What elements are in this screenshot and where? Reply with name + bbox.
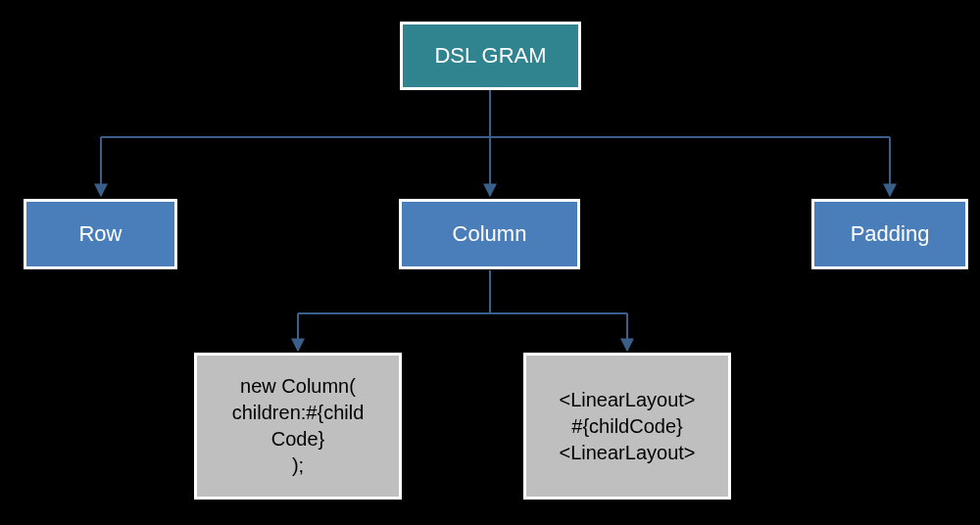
- leaf-code-left: new Column( children:#{child Code} );: [194, 353, 402, 500]
- root-label: DSL GRAM: [434, 43, 546, 69]
- node-column-label: Column: [453, 221, 527, 247]
- leaf-code-right: <LinearLayout> #{childCode} <LinearLayou…: [523, 353, 731, 500]
- leaf-code-left-text: new Column( children:#{child Code} );: [232, 373, 365, 479]
- node-column: Column: [399, 199, 580, 269]
- node-row-label: Row: [78, 221, 122, 247]
- diagram-canvas: DSL GRAM Row Column Padding new Column( …: [0, 0, 980, 525]
- node-row: Row: [24, 199, 177, 269]
- root-node: DSL GRAM: [400, 22, 581, 90]
- leaf-code-right-text: <LinearLayout> #{childCode} <LinearLayou…: [559, 387, 695, 466]
- node-padding: Padding: [811, 199, 968, 269]
- node-padding-label: Padding: [851, 221, 930, 247]
